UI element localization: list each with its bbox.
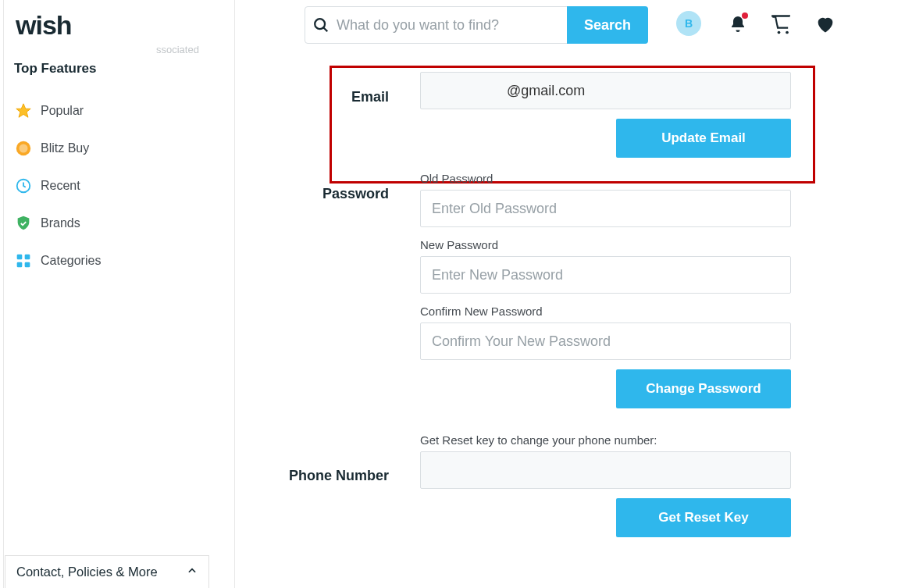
new-password-label: New Password xyxy=(420,238,791,251)
old-password-input[interactable] xyxy=(420,190,791,227)
phone-input[interactable] xyxy=(420,451,791,489)
search-input[interactable] xyxy=(337,17,567,34)
avatar[interactable]: B xyxy=(676,11,701,36)
sidebar-title: Top Features xyxy=(14,61,156,77)
sidebar-item-label: Recent xyxy=(41,179,80,193)
get-reset-key-button[interactable]: Get Reset Key xyxy=(616,498,791,537)
update-email-button[interactable]: Update Email xyxy=(616,119,791,158)
phone-sublabel: Get Reset key to change your phone numbe… xyxy=(420,433,791,447)
svg-point-6 xyxy=(20,144,28,153)
cart-icon[interactable] xyxy=(768,11,795,37)
star-icon xyxy=(14,102,33,120)
svg-rect-11 xyxy=(25,262,30,268)
phone-section: Phone Number Get Reset key to change you… xyxy=(242,430,889,537)
confirm-password-label: Confirm New Password xyxy=(420,305,791,318)
search-icon xyxy=(305,16,337,34)
footer-contact-toggle[interactable]: Contact, Policies & More xyxy=(5,555,209,588)
sidebar-item-recent[interactable]: Recent xyxy=(14,167,156,205)
email-input[interactable] xyxy=(420,72,791,109)
email-label: Email xyxy=(351,89,389,105)
svg-point-0 xyxy=(315,19,325,29)
sidebar-item-categories[interactable]: Categories xyxy=(14,242,156,280)
clock-icon xyxy=(14,176,33,195)
sidebar: Top Features Popular Blitz Buy Recent Br… xyxy=(0,55,156,280)
chevron-up-icon xyxy=(187,565,198,579)
password-section: Password Old Password New Password Confi… xyxy=(242,169,889,408)
svg-point-2 xyxy=(778,31,781,34)
notification-badge xyxy=(742,12,748,19)
svg-marker-4 xyxy=(16,104,30,117)
password-label: Password xyxy=(322,186,389,201)
sidebar-item-blitz[interactable]: Blitz Buy xyxy=(14,130,156,167)
confirm-password-input[interactable] xyxy=(420,323,791,360)
email-section: Email Update Email xyxy=(242,55,889,158)
svg-rect-10 xyxy=(17,262,23,268)
svg-point-3 xyxy=(786,31,789,34)
sidebar-item-brands[interactable]: Brands xyxy=(14,205,156,242)
phone-label: Phone Number xyxy=(289,468,389,483)
notifications-icon[interactable] xyxy=(725,11,751,37)
change-password-button[interactable]: Change Password xyxy=(616,369,791,408)
logo[interactable]: wish xyxy=(16,10,72,41)
search-button[interactable]: Search xyxy=(567,6,648,44)
search-bar: Search xyxy=(305,6,648,44)
new-password-input[interactable] xyxy=(420,256,791,294)
shield-check-icon xyxy=(14,214,33,233)
sidebar-item-label: Brands xyxy=(41,216,80,230)
svg-rect-9 xyxy=(25,255,30,260)
secondary-nav-truncated: ssociated xyxy=(156,44,211,55)
blitz-icon xyxy=(14,139,33,158)
wishlist-icon[interactable] xyxy=(812,11,839,37)
old-password-label: Old Password xyxy=(420,172,791,185)
grid-icon xyxy=(14,251,33,270)
sidebar-item-label: Blitz Buy xyxy=(41,141,89,155)
footer-label: Contact, Policies & More xyxy=(16,565,158,579)
svg-rect-8 xyxy=(17,255,23,260)
sidebar-item-label: Categories xyxy=(41,254,101,268)
sidebar-item-popular[interactable]: Popular xyxy=(14,92,156,130)
sidebar-item-label: Popular xyxy=(41,104,84,118)
svg-line-1 xyxy=(323,27,327,31)
divider xyxy=(234,0,235,588)
settings-panel: Email Update Email Password Old Password… xyxy=(242,55,889,545)
